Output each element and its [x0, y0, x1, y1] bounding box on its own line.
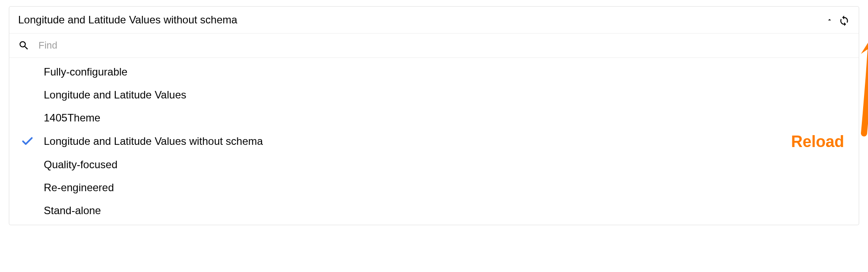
option-item[interactable]: Fully-configurable [9, 60, 859, 83]
dropdown-selected-value: Longitude and Latitude Values without sc… [18, 14, 237, 26]
option-label: Longitude and Latitude Values without sc… [44, 135, 263, 147]
option-item[interactable]: Stand-alone [9, 199, 859, 222]
option-list: Fully-configurable Longitude and Latitud… [9, 58, 859, 225]
option-item-selected[interactable]: Longitude and Latitude Values without sc… [9, 129, 859, 153]
check-icon [18, 135, 37, 148]
option-label: Re-engineered [44, 181, 114, 194]
option-item[interactable]: Longitude and Latitude Values [9, 83, 859, 106]
option-label: Longitude and Latitude Values [44, 89, 187, 101]
search-row [9, 34, 859, 58]
search-input[interactable] [38, 40, 850, 51]
option-item[interactable]: 1405Theme [9, 106, 859, 129]
option-label: Fully-configurable [44, 66, 127, 78]
option-label: Stand-alone [44, 204, 101, 217]
option-item[interactable]: Re-engineered [9, 176, 859, 199]
option-label: Quality-focused [44, 159, 118, 171]
search-icon [18, 40, 30, 51]
header-icon-group [826, 14, 850, 26]
option-label: 1405Theme [44, 112, 100, 124]
reload-icon[interactable] [838, 14, 850, 26]
dropdown-header[interactable]: Longitude and Latitude Values without sc… [9, 7, 859, 34]
collapse-icon[interactable] [826, 16, 833, 23]
option-item[interactable]: Quality-focused [9, 153, 859, 176]
dropdown-panel: Longitude and Latitude Values without sc… [9, 6, 859, 225]
